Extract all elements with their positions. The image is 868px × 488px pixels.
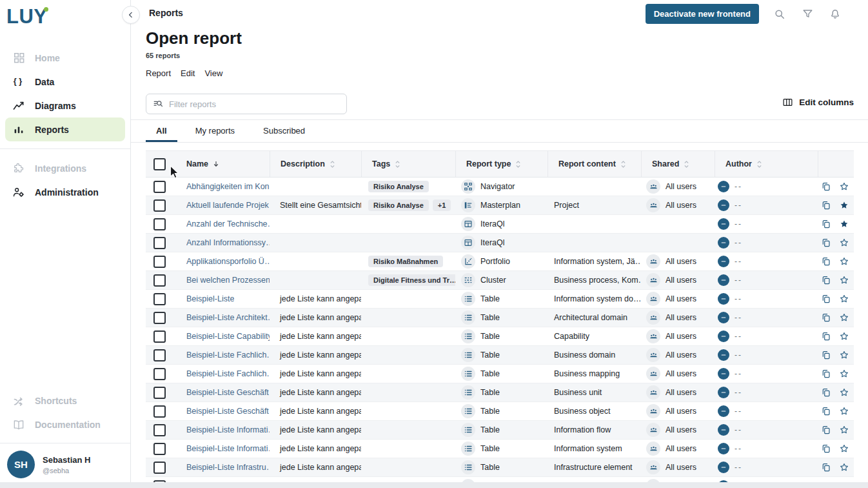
- row-checkbox-cell: [146, 421, 178, 439]
- report-name-link[interactable]: Beispiel-Liste Informati…: [186, 444, 270, 453]
- row-checkbox[interactable]: [153, 181, 166, 193]
- row-checkbox[interactable]: [153, 293, 166, 305]
- filter-icon[interactable]: [800, 7, 814, 21]
- favorite-star-filled-icon[interactable]: [838, 200, 849, 211]
- copy-report-button[interactable]: [820, 462, 831, 473]
- favorite-star-button[interactable]: [838, 238, 849, 249]
- deactivate-new-frontend-button[interactable]: Deactivate new frontend: [646, 4, 759, 24]
- users-icon: [646, 423, 660, 437]
- favorite-star-button[interactable]: [838, 369, 849, 380]
- report-name-link[interactable]: Beispiel-Liste Fachlich…: [186, 369, 270, 378]
- report-name-link[interactable]: Abhängigkeiten im Kon…: [186, 182, 270, 191]
- sidebar-item-integrations[interactable]: Integrations: [0, 156, 130, 180]
- report-name-link[interactable]: Beispiel-Liste Infrastru…: [186, 463, 270, 472]
- copy-report-button[interactable]: [820, 256, 831, 267]
- horizontal-scrollbar[interactable]: [0, 482, 868, 488]
- report-name-link[interactable]: Beispiel-Liste: [186, 294, 234, 303]
- report-name-link[interactable]: Bei welchen Prozessen…: [186, 276, 270, 285]
- column-header-name: Name: [178, 151, 270, 177]
- notifications-bell-icon[interactable]: [828, 7, 842, 21]
- sidebar-item-administration[interactable]: Administration: [0, 180, 130, 204]
- favorite-star-button[interactable]: [838, 256, 849, 267]
- copy-report-button[interactable]: [820, 369, 831, 380]
- row-checkbox[interactable]: [153, 424, 166, 436]
- row-checkbox[interactable]: [153, 199, 166, 212]
- copy-report-button[interactable]: [820, 219, 831, 230]
- sidebar-item-shortcuts[interactable]: Shortcuts: [0, 389, 130, 412]
- row-checkbox[interactable]: [153, 256, 166, 268]
- row-checkbox[interactable]: [153, 462, 166, 474]
- report-description-cell: jede Liste kann angepa…: [270, 309, 361, 327]
- copy-report-button[interactable]: [820, 200, 831, 211]
- sidebar-item-home[interactable]: Home: [0, 46, 130, 70]
- menu-report[interactable]: Report: [146, 68, 171, 78]
- copy-report-button[interactable]: [820, 275, 831, 286]
- users-icon: [646, 460, 660, 474]
- row-checkbox[interactable]: [153, 312, 166, 324]
- row-checkbox[interactable]: [153, 405, 166, 418]
- copy-report-button[interactable]: [820, 406, 831, 417]
- report-name-link[interactable]: Anzahl der Technische…: [186, 219, 270, 229]
- row-checkbox[interactable]: [153, 237, 166, 249]
- row-checkbox[interactable]: [153, 349, 166, 361]
- row-checkbox[interactable]: [153, 274, 166, 287]
- report-count: 65 reports: [146, 52, 868, 59]
- report-name-link[interactable]: Beispiel-Liste Fachlich…: [186, 351, 270, 360]
- favorite-star-button[interactable]: [838, 350, 849, 361]
- report-name-link[interactable]: Applikationsporfolio Ü…: [186, 257, 270, 266]
- author-label: --: [735, 201, 742, 210]
- copy-report-button[interactable]: [820, 238, 831, 249]
- sidebar-item-documentation[interactable]: Documentation: [0, 412, 130, 436]
- report-name-link[interactable]: Beispiel-Liste Geschäft…: [186, 388, 270, 397]
- row-checkbox[interactable]: [153, 387, 166, 399]
- shared-cell: All users: [641, 440, 715, 458]
- user-profile[interactable]: SH Sebastian H @sebha: [0, 443, 130, 488]
- favorite-star-button[interactable]: [838, 387, 849, 398]
- search-icon[interactable]: [773, 7, 787, 21]
- favorite-star-button[interactable]: [838, 462, 849, 473]
- favorite-star-button[interactable]: [838, 406, 849, 417]
- report-name-link[interactable]: Beispiel-Liste Informati…: [186, 425, 270, 434]
- copy-report-button[interactable]: [820, 425, 831, 436]
- favorite-star-button[interactable]: [838, 294, 849, 305]
- row-checkbox[interactable]: [153, 443, 166, 455]
- favorite-star-button[interactable]: [838, 312, 849, 323]
- report-name-link[interactable]: Beispiel-Liste Capability: [186, 332, 270, 341]
- favorite-star-button[interactable]: [838, 331, 849, 342]
- report-description-cell: jede Liste kann angepa…: [270, 402, 361, 420]
- copy-report-button[interactable]: [820, 443, 831, 454]
- select-all-checkbox[interactable]: [153, 158, 166, 170]
- menu-edit[interactable]: Edit: [181, 68, 195, 78]
- favorite-star-button[interactable]: [838, 275, 849, 286]
- tab-subscribed[interactable]: Subscribed: [253, 120, 315, 142]
- report-tags-cell: [361, 421, 455, 439]
- row-checkbox-cell: [146, 346, 178, 364]
- copy-report-button[interactable]: [820, 294, 831, 305]
- sidebar-collapse-button[interactable]: [122, 6, 140, 24]
- copy-report-button[interactable]: [820, 312, 831, 323]
- tab-all[interactable]: All: [146, 120, 177, 142]
- copy-report-button[interactable]: [820, 331, 831, 342]
- row-checkbox[interactable]: [153, 330, 166, 343]
- sidebar-item-diagrams[interactable]: Diagrams: [0, 94, 130, 117]
- report-name-link[interactable]: Beispiel-Liste Architekt…: [186, 313, 270, 322]
- tab-my-reports[interactable]: My reports: [185, 120, 245, 142]
- favorite-star-filled-icon[interactable]: [838, 219, 849, 230]
- report-name-link[interactable]: Beispiel-Liste Geschäft…: [186, 407, 270, 416]
- row-checkbox[interactable]: [153, 368, 166, 380]
- favorite-star-button[interactable]: [838, 443, 849, 454]
- sidebar-item-reports[interactable]: Reports: [5, 117, 125, 141]
- row-checkbox[interactable]: [153, 218, 166, 230]
- favorite-star-button[interactable]: [838, 181, 849, 192]
- sidebar-item-data[interactable]: { }Data: [0, 70, 130, 94]
- filter-reports-input[interactable]: [168, 99, 340, 110]
- edit-columns-button[interactable]: Edit columns: [782, 97, 854, 108]
- shared-label: All users: [666, 351, 696, 360]
- favorite-star-button[interactable]: [838, 425, 849, 436]
- copy-report-button[interactable]: [820, 181, 831, 192]
- report-name-link[interactable]: Anzahl Informationssy…: [186, 238, 270, 247]
- copy-report-button[interactable]: [820, 350, 831, 361]
- menu-view[interactable]: View: [204, 68, 222, 78]
- copy-report-button[interactable]: [820, 387, 831, 398]
- report-name-link[interactable]: Aktuell laufende Projek…: [186, 201, 270, 210]
